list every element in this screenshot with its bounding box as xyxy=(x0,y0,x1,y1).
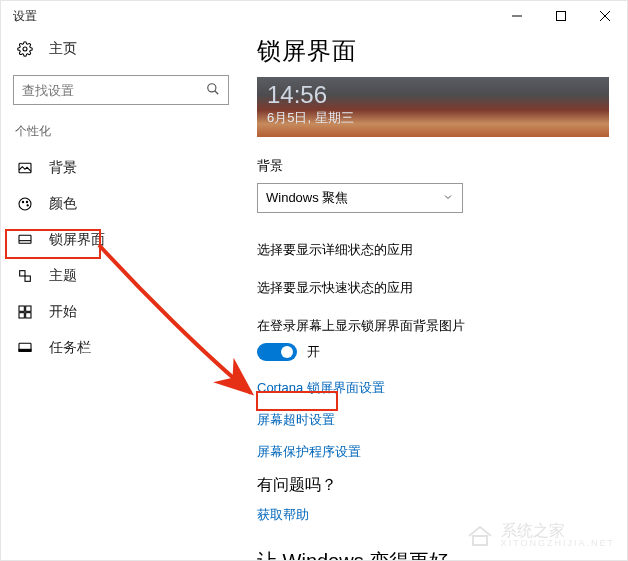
sidebar: 主页 个性化 背景 颜色 锁屏界面 xyxy=(1,31,241,366)
sidebar-item-label: 主题 xyxy=(49,267,77,285)
svg-rect-22 xyxy=(473,536,487,545)
svg-rect-12 xyxy=(19,235,31,243)
sidebar-item-label: 任务栏 xyxy=(49,339,91,357)
quick-status-label: 选择要显示快速状态的应用 xyxy=(257,279,615,297)
svg-rect-15 xyxy=(25,276,30,281)
page-title: 锁屏界面 xyxy=(257,35,615,67)
preview-time: 14:56 xyxy=(267,83,599,107)
svg-point-11 xyxy=(27,205,28,206)
content-pane: 锁屏界面 14:56 6月5日, 星期三 背景 Windows 聚焦 选择要显示… xyxy=(257,35,621,560)
sidebar-item-label: 颜色 xyxy=(49,195,77,213)
screen-timeout-link[interactable]: 屏幕超时设置 xyxy=(257,411,615,429)
toggle-on-text: 开 xyxy=(307,343,320,361)
titlebar: 设置 xyxy=(1,1,627,31)
search-icon xyxy=(206,82,220,99)
sidebar-item-label: 锁屏界面 xyxy=(49,231,105,249)
window-title: 设置 xyxy=(13,8,37,25)
sidebar-item-lockscreen[interactable]: 锁屏界面 xyxy=(1,222,241,258)
home-label: 主页 xyxy=(49,40,77,58)
login-bg-toggle-row: 开 xyxy=(257,343,615,361)
watermark: 系统之家 XITONGZHIJIA.NET xyxy=(465,521,615,548)
lockscreen-icon xyxy=(15,232,35,248)
svg-point-8 xyxy=(19,198,31,210)
svg-point-9 xyxy=(22,201,23,202)
detail-status-label: 选择要显示详细状态的应用 xyxy=(257,241,615,259)
start-icon xyxy=(15,304,35,320)
svg-point-10 xyxy=(26,201,27,202)
svg-rect-1 xyxy=(557,12,566,21)
svg-point-4 xyxy=(23,47,27,51)
taskbar-icon xyxy=(15,340,35,356)
background-value: Windows 聚焦 xyxy=(266,189,348,207)
gear-icon xyxy=(15,41,35,57)
close-button[interactable] xyxy=(583,1,627,31)
palette-icon xyxy=(15,196,35,212)
toggle-knob xyxy=(281,346,293,358)
background-select[interactable]: Windows 聚焦 xyxy=(257,183,463,213)
faq-heading: 有问题吗？ xyxy=(257,475,615,496)
settings-window: 设置 主页 个性化 背景 xyxy=(0,0,628,561)
lockscreen-preview[interactable]: 14:56 6月5日, 星期三 xyxy=(257,77,609,137)
sidebar-item-themes[interactable]: 主题 xyxy=(1,258,241,294)
svg-rect-14 xyxy=(20,271,25,276)
svg-rect-17 xyxy=(26,306,31,311)
sidebar-item-label: 开始 xyxy=(49,303,77,321)
login-bg-toggle[interactable] xyxy=(257,343,297,361)
screensaver-link[interactable]: 屏幕保护程序设置 xyxy=(257,443,615,461)
background-label: 背景 xyxy=(257,157,615,175)
sidebar-item-background[interactable]: 背景 xyxy=(1,150,241,186)
section-label: 个性化 xyxy=(1,123,241,150)
svg-rect-21 xyxy=(19,349,31,351)
watermark-text: 系统之家 xyxy=(501,522,565,539)
sidebar-item-start[interactable]: 开始 xyxy=(1,294,241,330)
svg-line-6 xyxy=(215,90,219,94)
sidebar-item-label: 背景 xyxy=(49,159,77,177)
maximize-button[interactable] xyxy=(539,1,583,31)
theme-icon xyxy=(15,268,35,284)
sidebar-item-colors[interactable]: 颜色 xyxy=(1,186,241,222)
feedback-heading: 让 Windows 变得更好。 xyxy=(257,548,615,560)
picture-icon xyxy=(15,160,35,176)
house-icon xyxy=(465,522,495,548)
chevron-down-icon xyxy=(442,191,454,206)
svg-rect-19 xyxy=(26,313,31,318)
login-bg-label: 在登录屏幕上显示锁屏界面背景图片 xyxy=(257,317,615,335)
cortana-lockscreen-link[interactable]: Cortana 锁屏界面设置 xyxy=(257,379,615,397)
search-input[interactable] xyxy=(22,83,206,98)
svg-rect-18 xyxy=(19,313,24,318)
minimize-button[interactable] xyxy=(495,1,539,31)
preview-date: 6月5日, 星期三 xyxy=(267,109,599,127)
home-button[interactable]: 主页 xyxy=(1,31,241,67)
svg-rect-16 xyxy=(19,306,24,311)
svg-point-5 xyxy=(208,83,216,91)
sidebar-item-taskbar[interactable]: 任务栏 xyxy=(1,330,241,366)
search-input-container[interactable] xyxy=(13,75,229,105)
